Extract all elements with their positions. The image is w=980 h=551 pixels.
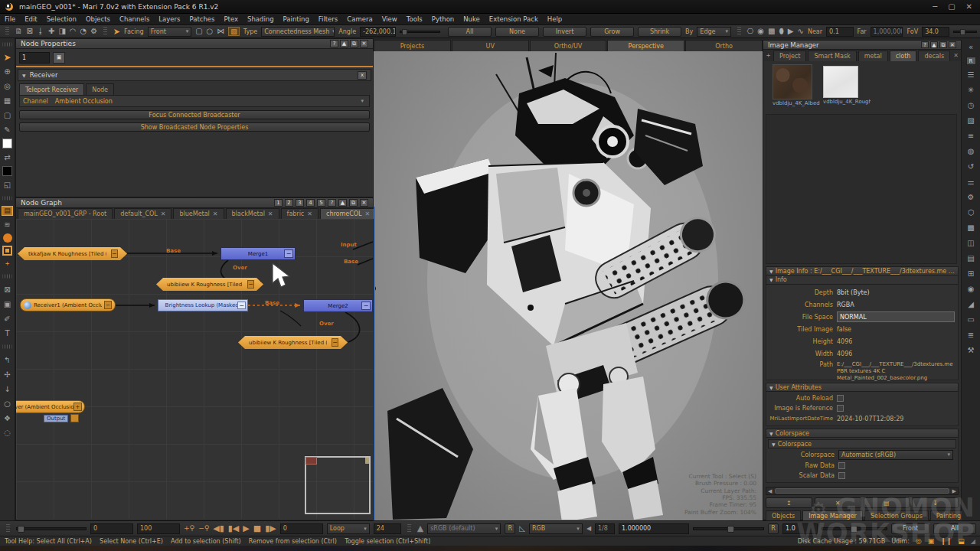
wireframe-cube-icon[interactable]: ⎔: [747, 28, 754, 35]
frame-icon[interactable]: ▭: [964, 314, 978, 325]
menu-camera[interactable]: Camera: [347, 15, 372, 23]
collapse-panel-icon[interactable]: «: [964, 41, 978, 53]
select-grow-button[interactable]: Grow: [590, 27, 634, 37]
lightbulb-icon[interactable]: ◍: [964, 145, 978, 157]
angle-slider[interactable]: [400, 31, 440, 33]
menu-edit[interactable]: Edit: [24, 15, 37, 23]
node-brightness-lookup[interactable]: Brightness Lookup (Masked)−: [158, 299, 248, 311]
remove-keyframe-icon[interactable]: −⚲: [198, 525, 209, 532]
viewport-tab-uv[interactable]: UV: [452, 40, 529, 51]
checker-view-icon[interactable]: ▩: [768, 28, 775, 35]
play-clip-icon[interactable]: ◨: [58, 28, 65, 35]
gizmo-tool-icon[interactable]: ❖: [1, 412, 15, 424]
remove-node-icon[interactable]: x: [358, 71, 367, 80]
type-dropdown[interactable]: Connectedness Mesh▾: [261, 27, 335, 37]
image-info-header[interactable]: ▼ Image Info : E:/___CGI___/___TEXTURE__…: [766, 266, 959, 276]
mech-model[interactable]: [374, 51, 760, 520]
node-roughness-2[interactable]: ubibiiew K Roughness [Tiled (Extended)]−: [156, 278, 263, 291]
menu-shading[interactable]: Shading: [247, 15, 274, 23]
menu-python[interactable]: Python: [432, 15, 454, 23]
close-icon[interactable]: ✕: [966, 3, 972, 11]
paint-target-icon[interactable]: [2, 246, 12, 256]
tools-grip-3[interactable]: [3, 275, 12, 279]
marquee-select-icon[interactable]: ▧: [228, 27, 240, 36]
menu-painting[interactable]: Painting: [283, 15, 309, 23]
add-small-icon[interactable]: ＋: [4, 259, 11, 269]
step-back-icon[interactable]: ◀▮: [213, 524, 224, 533]
pixel-grid-icon[interactable]: ⊞: [964, 268, 978, 279]
fps-field[interactable]: 24: [374, 523, 401, 534]
gamma-field[interactable]: 1.0: [782, 523, 818, 534]
select-shrink-button[interactable]: Shrink: [638, 27, 681, 37]
im-tab-decals[interactable]: decals: [918, 51, 950, 61]
channel-dropdown-playbar[interactable]: RGB▾: [529, 523, 583, 534]
tools-grip-2[interactable]: [3, 197, 12, 201]
lasso-icon[interactable]: ○: [207, 28, 214, 35]
graph-view-5-button[interactable]: 5: [317, 199, 325, 207]
image-manager-header[interactable]: Image Manager ? ▲ ⧉ ✕: [763, 41, 961, 50]
auto-reload-checkbox[interactable]: [837, 395, 844, 402]
matcap-icon[interactable]: ⬮: [779, 28, 784, 35]
add-keyframe-icon[interactable]: +⚲: [184, 525, 194, 532]
menu-extension-pack[interactable]: Extension Pack: [489, 15, 538, 23]
node-group-receiver[interactable]: ver (Ambient Occlusion) +: [16, 400, 85, 413]
user-attributes-header[interactable]: ▼User Attributes: [766, 383, 959, 392]
viewport-tab-ortho-uv[interactable]: Ortho/UV: [530, 40, 607, 51]
loop-dropdown[interactable]: Loop▾: [327, 523, 370, 534]
wrench-icon[interactable]: ⚒: [964, 344, 978, 356]
channel-dropdown[interactable]: Ambient Occlusion▾: [53, 96, 366, 106]
spheres-icon[interactable]: ◉: [964, 283, 978, 295]
facing-dropdown[interactable]: Front▾: [148, 27, 192, 37]
graph-view-3-button[interactable]: 3: [296, 199, 304, 207]
gain-slider[interactable]: [693, 527, 764, 530]
toolbar-grip-3[interactable]: [737, 27, 741, 36]
clear-patch-icon[interactable]: ⊠: [1, 284, 15, 295]
snowflake-icon[interactable]: ✳: [964, 84, 978, 96]
history-clock-icon[interactable]: ◷: [964, 99, 978, 111]
graph-view-1-button[interactable]: 1: [274, 199, 283, 207]
collapse-node-icon[interactable]: −: [284, 249, 293, 258]
graph-tab-blackmetal[interactable]: blackMetal✕: [226, 208, 279, 219]
image-reference-checkbox[interactable]: [837, 405, 844, 412]
viewport-tab-ortho[interactable]: Ortho: [685, 40, 763, 51]
help-icon[interactable]: ?: [328, 199, 336, 207]
gamma-slider[interactable]: [822, 527, 887, 530]
tab-node[interactable]: Node: [86, 83, 114, 95]
paint-brush-icon[interactable]: ✐: [1, 313, 15, 324]
node-roughness-3[interactable]: ubibiiew K Roughness [Tiled (Extended)]1…: [238, 336, 348, 349]
ramp-icon[interactable]: ◢: [964, 298, 978, 310]
tab-teleport-receiver[interactable]: Teleport Receiver: [19, 83, 84, 95]
bottom-tab-image-manager[interactable]: Image Manager: [802, 510, 863, 521]
swap-colors-icon[interactable]: ⇄: [1, 152, 15, 163]
settings-gear-icon[interactable]: ⚙: [90, 28, 97, 35]
wave-icon[interactable]: ∿: [798, 28, 804, 35]
list-view-icon[interactable]: ☰: [964, 69, 978, 80]
fov-slider[interactable]: [953, 31, 977, 33]
info-subheader[interactable]: ▼Info: [766, 276, 959, 285]
tools-grip-4[interactable]: [3, 345, 12, 349]
menu-selection[interactable]: Selection: [47, 15, 77, 23]
square-select-icon[interactable]: ▢: [195, 28, 202, 35]
mip-field[interactable]: 1/8: [595, 523, 615, 534]
add-paint-icon[interactable]: ✚: [48, 28, 54, 35]
toolbar-grip-2[interactable]: [103, 27, 107, 36]
lines-icon[interactable]: ≣: [964, 329, 978, 341]
menu-view[interactable]: View: [382, 15, 397, 23]
close-tab-icon[interactable]: ✕: [953, 52, 959, 59]
flat-shade-icon[interactable]: ▶: [788, 28, 794, 35]
pick-tool-icon[interactable]: ◎: [1, 80, 15, 92]
node-roughness-1[interactable]: tkkafjaw K Roughness [Tiled (Extended)]−: [18, 247, 127, 260]
menu-layers[interactable]: Layers: [158, 15, 180, 23]
pin-panel-icon[interactable]: R: [966, 57, 976, 65]
node-graph-canvas[interactable]: Base Over Input Base Base Over tkkafjaw …: [16, 219, 373, 520]
reset-colors-icon[interactable]: ◱: [1, 179, 15, 191]
colorspace-dropdown[interactable]: Automatic (sRGB)▾: [838, 450, 953, 460]
playbar-grip[interactable]: [6, 524, 10, 533]
menu-patches[interactable]: Patches: [189, 15, 214, 23]
go-start-icon[interactable]: ▮◀: [228, 524, 240, 533]
dial-icon[interactable]: ◔: [80, 28, 87, 35]
close-panel-icon[interactable]: ✕: [360, 199, 368, 207]
collapse-node-icon[interactable]: −: [332, 338, 338, 347]
move-tool-icon[interactable]: ✢: [1, 369, 15, 380]
expand-node-icon[interactable]: +: [74, 403, 82, 411]
